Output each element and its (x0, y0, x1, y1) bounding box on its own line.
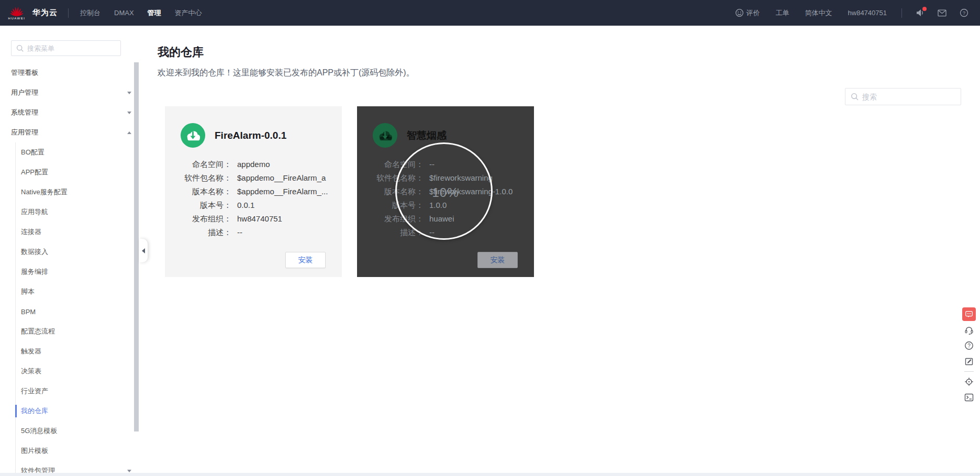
help-button[interactable]: ? (960, 8, 968, 17)
sidebar-item-label: 用户管理 (11, 88, 38, 97)
sidebar-item-5g-message-template[interactable]: 5G消息模板 (0, 421, 140, 441)
sidebar-item-label: 触发器 (21, 347, 41, 356)
help-float-button[interactable]: ? (962, 339, 976, 352)
sidebar-item-label: 管理看板 (11, 68, 38, 78)
sidebar-item-app-config[interactable]: APP配置 (0, 162, 140, 182)
search-icon (851, 93, 859, 101)
sidebar-collapse-handle[interactable] (139, 239, 148, 262)
cloud-download-icon (373, 123, 397, 148)
active-indicator-bar (15, 405, 17, 417)
field-label: 软件包名称： (165, 171, 231, 185)
sidebar-item-industry-assets[interactable]: 行业资产 (0, 381, 140, 401)
ticket-link[interactable]: 工单 (776, 8, 789, 18)
nav-dmax[interactable]: DMAX (114, 9, 134, 17)
sidebar-search-box (11, 40, 121, 56)
chevron-down-icon (127, 112, 131, 114)
sidebar-item-system-management[interactable]: 系统管理 (0, 103, 140, 123)
sidebar-item-script[interactable]: 脚本 (0, 282, 140, 302)
chat-bubble-icon (964, 309, 974, 319)
nav-console[interactable]: 控制台 (80, 8, 101, 18)
notification-badge (922, 7, 927, 11)
sidebar-item-data-access[interactable]: 数据接入 (0, 242, 140, 262)
field-row: 版本名称： $appdemo__FireAlarm_... (165, 185, 342, 198)
announcement-button[interactable] (915, 8, 925, 17)
sidebar-item-user-management[interactable]: 用户管理 (0, 83, 140, 103)
terminal-icon (964, 392, 974, 403)
sidebar-item-label: 应用管理 (11, 128, 38, 137)
page-title: 我的仓库 (158, 45, 204, 60)
field-label: 发布组织： (165, 212, 231, 226)
sidebar-item-bpm[interactable]: BPM (0, 302, 140, 322)
sidebar-item-label: 5G消息模板 (21, 426, 57, 436)
sidebar-scrollbar[interactable] (134, 62, 139, 431)
nav-asset-center[interactable]: 资产中心 (175, 8, 202, 18)
nav-manage[interactable]: 管理 (148, 8, 161, 18)
locate-button[interactable] (962, 375, 976, 389)
console-button[interactable] (962, 391, 976, 404)
headset-icon (964, 325, 974, 335)
app-card-smart-smoke: 智慧烟感 命名空间： -- 软件包名称： $fireworkswarning 版… (357, 106, 534, 277)
account-name[interactable]: hw84740751 (848, 9, 887, 17)
field-row: 版本号： 0.0.1 (165, 198, 342, 212)
topbar-divider (901, 8, 902, 18)
field-row: 软件包名称： $appdemo__FireAlarm_a (165, 171, 342, 185)
sidebar-item-decision-table[interactable]: 决策表 (0, 361, 140, 381)
install-button[interactable]: 安装 (477, 252, 518, 268)
feedback-note-icon (964, 356, 974, 367)
sidebar-item-config-state-flow[interactable]: 配置态流程 (0, 322, 140, 341)
sidebar: 管理看板 用户管理 系统管理 应用管理 BO配置 APP配置 Native服务配… (0, 26, 140, 476)
sidebar-item-label: 行业资产 (21, 386, 48, 396)
install-progress-percent: 10% (357, 185, 534, 200)
huawei-logo: HUAWEI (6, 6, 27, 20)
sidebar-item-service-orchestration[interactable]: 服务编排 (0, 262, 140, 282)
chevron-down-icon (127, 470, 131, 472)
sidebar-item-label: 连接器 (21, 227, 41, 237)
sidebar-item-native-service-config[interactable]: Native服务配置 (0, 182, 140, 202)
brand-title: 华为云 (32, 8, 58, 18)
chevron-down-icon (127, 92, 131, 94)
sidebar-item-label: 服务编排 (21, 267, 48, 276)
field-label: 版本号： (165, 198, 231, 212)
install-button[interactable]: 安装 (285, 252, 326, 268)
sidebar-item-label: BPM (21, 308, 36, 316)
field-value: hw84740751 (237, 212, 282, 226)
topbar-nav: 控制台 DMAX 管理 资产中心 (80, 8, 216, 18)
huawei-flower-icon (9, 6, 24, 16)
sidebar-item-label: 决策表 (21, 367, 41, 376)
feedback-link[interactable]: 评价 (735, 8, 760, 18)
sidebar-item-connector[interactable]: 连接器 (0, 222, 140, 242)
locate-icon (964, 377, 974, 387)
sidebar-item-trigger[interactable]: 触发器 (0, 341, 140, 361)
sidebar-item-my-repository[interactable]: 我的仓库 (0, 401, 140, 421)
field-label: 版本名称： (165, 185, 231, 198)
chat-support-button[interactable] (962, 307, 976, 321)
sidebar-item-management-board[interactable]: 管理看板 (0, 63, 140, 83)
feedback-label: 评价 (747, 8, 760, 18)
sidebar-item-label: BO配置 (21, 148, 44, 157)
support-agent-button[interactable] (962, 323, 976, 337)
chevron-left-icon (142, 248, 145, 253)
sidebar-item-image-template[interactable]: 图片模板 (0, 441, 140, 461)
sidebar-item-bo-config[interactable]: BO配置 (0, 142, 140, 162)
sidebar-item-app-management[interactable]: 应用管理 (0, 123, 140, 142)
question-icon: ? (964, 340, 974, 351)
mail-icon (938, 9, 946, 17)
sidebar-item-label: 系统管理 (11, 108, 38, 117)
feedback-float-button[interactable] (962, 355, 976, 368)
repository-search-input[interactable] (862, 88, 959, 105)
sidebar-item-app-navigation[interactable]: 应用导航 (0, 202, 140, 222)
svg-text:?: ? (963, 10, 965, 16)
sidebar-item-label: 我的仓库 (21, 406, 48, 416)
cloud-download-icon (181, 123, 205, 148)
top-bar: HUAWEI 华为云 控制台 DMAX 管理 资产中心 评价 工单 简体中文 h… (0, 0, 980, 26)
field-row: 发布组织： hw84740751 (165, 212, 342, 226)
toolbar-divider (964, 371, 974, 372)
sidebar-item-label: Native服务配置 (21, 187, 68, 197)
messages-button[interactable] (938, 9, 946, 17)
bottom-scroll-strip[interactable] (0, 473, 980, 476)
app-card-firealarm: FireAlarm-0.0.1 命名空间： appdemo 软件包名称： $ap… (165, 106, 342, 277)
sidebar-search-input[interactable] (27, 41, 119, 56)
question-icon: ? (960, 8, 968, 17)
language-selector[interactable]: 简体中文 (805, 8, 832, 18)
field-label: 命名空间： (165, 158, 231, 171)
